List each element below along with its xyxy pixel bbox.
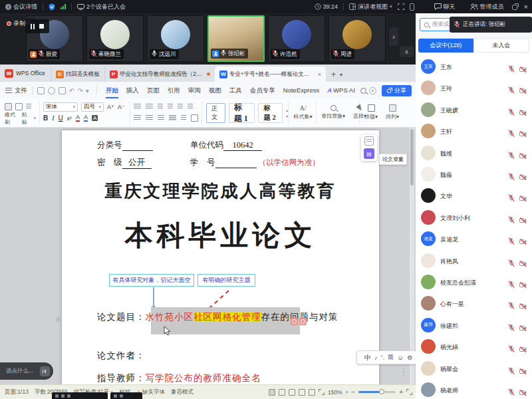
grow-font-icon[interactable]: A⁺ (107, 104, 114, 110)
paste-button[interactable]: 粘贴 (21, 111, 31, 126)
camera-muted-icon[interactable] (519, 257, 527, 269)
number-list-icon[interactable] (146, 104, 153, 110)
advisor-line[interactable]: 指导教师：写学院公布的教师准确全名 (97, 372, 261, 384)
chat-panel-button[interactable]: 聊天 (434, 3, 456, 11)
participant-row[interactable]: 杨光娟 (416, 336, 532, 357)
camera-muted-icon[interactable] (519, 322, 527, 334)
camera-muted-icon[interactable] (519, 128, 527, 140)
align-justify-icon[interactable] (169, 115, 176, 121)
shrink-font-icon[interactable]: A⁻ (118, 104, 125, 110)
collapse-strip-button[interactable]: ∧ (400, 46, 414, 57)
indent-increase-icon[interactable] (168, 104, 173, 110)
find-replace-button[interactable]: 查找替换▾ (317, 101, 349, 124)
mic-muted-icon[interactable] (508, 300, 515, 312)
status-item-5[interactable]: 兼容模式 (171, 388, 194, 396)
share-button[interactable]: 分享 (382, 85, 412, 96)
redo-icon[interactable]: ↷ (77, 87, 82, 94)
paper-check-icon[interactable]: ▤ (364, 148, 374, 159)
camera-muted-icon[interactable] (519, 214, 527, 226)
style-heading1[interactable]: 标题 1 (229, 103, 255, 123)
mic-muted-icon[interactable] (508, 192, 515, 204)
superscript-button[interactable]: x² (67, 115, 72, 122)
document-tab[interactable]: P 毕业论文指导教师批改报告（2024.2 (104, 66, 215, 82)
network-signal-icon[interactable] (61, 4, 66, 9)
text-direction-icon[interactable] (178, 104, 183, 110)
paragraph-drag-handle[interactable]: ⠿ (56, 317, 61, 323)
tab-list-caret[interactable]: ▾ (340, 72, 342, 78)
style-body[interactable]: 正文 (206, 103, 225, 123)
participant-row[interactable]: 杨翠会 (416, 358, 532, 379)
mic-muted-icon[interactable] (508, 128, 515, 140)
ime-settings-icon[interactable]: ⚙ (407, 354, 412, 361)
fullscreen-doc-icon[interactable] (406, 389, 412, 395)
read-view-icon[interactable] (289, 389, 295, 396)
ime-toolbar[interactable]: 中 ♪ °, 简 ☺ ⚙ (356, 350, 416, 364)
participant-row[interactable]: 王晓媛 (416, 99, 532, 120)
participant-row[interactable]: 建邦 徐建邦 (416, 315, 532, 336)
mic-muted-icon[interactable] (508, 386, 515, 398)
new-tab-button[interactable]: + (331, 70, 336, 79)
security-shield-icon[interactable] (49, 3, 55, 11)
participant-row[interactable]: 杨老师 (416, 379, 532, 399)
style-set-group[interactable]: A/ 样式集▾ (290, 101, 317, 124)
zoom-slider[interactable] (358, 391, 396, 393)
popout-panel-button[interactable] (512, 3, 519, 10)
author-line[interactable]: 论文作者： (97, 350, 146, 362)
camera-muted-icon[interactable] (519, 365, 527, 377)
video-tile[interactable]: 许浩然 (268, 15, 325, 62)
participant-row[interactable]: 文华 (416, 185, 532, 206)
participant-row[interactable]: 魏维 (416, 142, 532, 164)
participant-row[interactable]: 文理刘小利 (416, 207, 532, 228)
line-spacing-icon[interactable] (181, 115, 186, 121)
video-tile[interactable]: 沈远川 (147, 15, 204, 62)
underline-button[interactable]: U (59, 114, 63, 122)
participant-row[interactable]: 肖艳凤 (416, 250, 532, 271)
italic-button[interactable]: I (52, 114, 54, 122)
bold-button[interactable]: B (43, 114, 48, 122)
styles-down-icon[interactable]: ▾ (286, 114, 288, 118)
mic-muted-icon[interactable] (508, 106, 515, 118)
view-mode-button[interactable]: 演讲者视图 ▾ (349, 3, 392, 11)
menu-tab-0[interactable]: 开始 (102, 82, 122, 99)
mic-muted-icon[interactable] (508, 365, 515, 377)
align-right-icon[interactable] (158, 115, 165, 121)
doc-assistant-icon[interactable] (364, 136, 374, 146)
copy-icon[interactable] (15, 103, 23, 110)
menu-tab-1[interactable]: 插入 (122, 82, 143, 99)
tab-in-meeting[interactable]: 会议中(128) (418, 39, 473, 53)
participant-row[interactable]: 王东 王东 (416, 56, 532, 77)
collab-icon[interactable] (369, 87, 376, 94)
font-size-select[interactable]: 四号▾ (81, 102, 104, 112)
align-left-icon[interactable] (134, 115, 141, 121)
ime-mode-chinese[interactable]: 中 (364, 353, 371, 362)
zoom-slider-thumb[interactable] (379, 389, 384, 394)
zoom-out-button[interactable]: − (351, 388, 355, 396)
wps-home-tab[interactable]: W WPS Office (0, 65, 51, 82)
zoom-in-button[interactable]: + (399, 388, 403, 396)
camera-muted-icon[interactable] (519, 106, 527, 118)
participant-row[interactable]: 魏薇 (416, 164, 532, 185)
camera-muted-icon[interactable] (519, 84, 527, 96)
zoom-caret-icon[interactable]: ▾ (346, 390, 348, 395)
video-tile[interactable]: 周进 (329, 15, 386, 62)
outline-view-icon[interactable] (279, 389, 285, 396)
sync-icon[interactable] (48, 87, 55, 94)
ime-emoji-icon[interactable]: ☺ (397, 354, 404, 361)
document-page[interactable]: 分类号 单位代码10642 密 级公开 学 号 （以学信网为准） 重庆文理学院成… (62, 130, 379, 384)
fit-page-icon[interactable] (319, 389, 325, 395)
arrange-button[interactable]: 排列▾ (382, 101, 403, 124)
tab-not-joined[interactable]: 未入会 (473, 39, 530, 53)
print-icon[interactable] (59, 87, 66, 94)
camera-muted-icon[interactable] (519, 171, 527, 183)
tab-wps-ai[interactable]: AWPS AI (323, 82, 359, 99)
menu-tab-5[interactable]: 视图 (205, 82, 225, 99)
manage-members-button[interactable]: 管理成员 (470, 3, 504, 11)
camera-muted-icon[interactable] (519, 63, 527, 75)
video-tile[interactable]: 张绍彬 (207, 15, 265, 62)
mic-muted-icon[interactable] (508, 63, 515, 75)
participant-row[interactable]: 王轩 (416, 120, 532, 142)
participant-row[interactable]: 校友总会彭清 (416, 271, 532, 293)
mic-muted-icon[interactable] (508, 171, 515, 183)
fullscreen-button[interactable] (398, 3, 404, 10)
menu-tab-8[interactable]: NoteExpress (279, 82, 323, 99)
